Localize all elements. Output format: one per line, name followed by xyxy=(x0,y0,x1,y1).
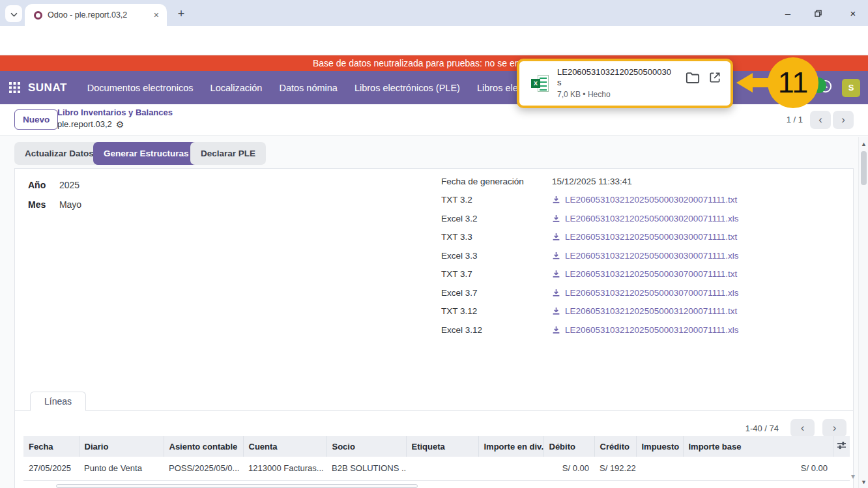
table-scroll-caret-icon[interactable]: ▾ xyxy=(851,472,855,481)
file-link-text[interactable]: LE2060531032120250500030300071111.txt xyxy=(565,232,737,242)
table-header-row: Fecha Diario Asiento contable Cuenta Soc… xyxy=(23,436,850,457)
horizontal-scrollbar[interactable] xyxy=(56,484,418,488)
file-download-link[interactable]: LE2060531032120250500030300071111.txt xyxy=(552,232,737,242)
cell-importe-base[interactable]: S/ 0.00 xyxy=(683,457,833,480)
window-close-button[interactable]: × xyxy=(838,0,868,26)
show-in-folder-button[interactable] xyxy=(686,72,700,84)
file-label: TXT 3.2 xyxy=(441,195,552,205)
user-avatar[interactable]: S xyxy=(842,79,860,97)
download-tray-icon xyxy=(552,214,560,223)
apps-grid-icon[interactable] xyxy=(9,82,20,93)
gear-icon[interactable]: ⚙ xyxy=(116,119,124,130)
tab-divider xyxy=(15,410,853,411)
file-download-link[interactable]: LE2060531032120250500030300071111.xls xyxy=(552,251,739,261)
file-link-text[interactable]: LE2060531032120250500030200071111.xls xyxy=(565,214,739,223)
file-link-text[interactable]: LE2060531032120250500030200071111.txt xyxy=(565,195,737,205)
file-link-text[interactable]: LE2060531032120250500031200071111.txt xyxy=(565,306,737,316)
cell-socio[interactable]: B2B SOLUTIONS ... xyxy=(326,457,406,480)
breadcrumb: Libro Inventarios y Balances ple.report.… xyxy=(57,108,173,130)
optional-columns-button[interactable] xyxy=(833,436,850,457)
col-importe-div[interactable]: Importe en div... xyxy=(478,436,543,457)
nav-item-localizacion[interactable]: Localización xyxy=(202,83,271,93)
cell-fecha[interactable]: 27/05/2025 xyxy=(23,457,79,480)
cell-diario[interactable]: Punto de Venta xyxy=(79,457,164,480)
cell-credito[interactable]: S/ 192.22 xyxy=(594,457,636,480)
cell-asiento-link[interactable]: POSS/2025/05/0... xyxy=(164,457,243,480)
download-popup[interactable]: X LE2060531032120250500030 s 7,0 KB • He… xyxy=(517,59,733,108)
file-download-link[interactable]: LE2060531032120250500030700071111.xls xyxy=(552,288,739,298)
file-link-text[interactable]: LE2060531032120250500030300071111.xls xyxy=(565,251,739,261)
scroll-up-icon[interactable]: ▲ xyxy=(859,141,868,147)
field-file-xls-33: Excel 3.3 LE2060531032120250500030300071… xyxy=(441,251,739,261)
file-label: TXT 3.7 xyxy=(441,269,552,279)
nav-item-documentos-electronicos[interactable]: Documentos electronicos xyxy=(79,83,202,93)
generation-date-label: Fecha de generación xyxy=(441,177,552,186)
month-label: Mes xyxy=(28,199,57,210)
annotation-arrow-icon xyxy=(736,73,753,93)
new-tab-button[interactable]: + xyxy=(173,6,189,22)
col-fecha[interactable]: Fecha xyxy=(23,436,79,457)
month-value[interactable]: Mayo xyxy=(59,199,81,210)
file-download-link[interactable]: LE2060531032120250500030700071111.txt xyxy=(552,269,737,279)
table-row[interactable]: 27/05/2025 Punto de Venta POSS/2025/05/0… xyxy=(23,457,850,480)
new-record-button[interactable]: Nuevo xyxy=(14,109,58,130)
tab-search-button[interactable] xyxy=(5,5,22,22)
download-tray-icon xyxy=(552,251,560,260)
col-asiento-contable[interactable]: Asiento contable xyxy=(164,436,243,457)
col-credito[interactable]: Crédito xyxy=(594,436,636,457)
col-diario[interactable]: Diario xyxy=(79,436,164,457)
download-filename-line2: s xyxy=(557,78,677,88)
window-minimize-button[interactable]: – xyxy=(773,0,803,26)
generation-date-value: 15/12/2025 11:33:41 xyxy=(552,177,632,186)
field-year: Año 2025 xyxy=(28,180,80,190)
file-download-link[interactable]: LE2060531032120250500030200071111.txt xyxy=(552,195,737,205)
field-file-xls-32: Excel 3.2 LE2060531032120250500030200071… xyxy=(441,214,739,223)
browser-tab[interactable]: Odoo - ple.report.03,2 × xyxy=(25,4,167,26)
form-sheet: Año 2025 Mes Mayo Fecha de generación 15… xyxy=(14,168,854,488)
file-link-text[interactable]: LE2060531032120250500030700071111.txt xyxy=(565,269,737,279)
open-file-button[interactable] xyxy=(708,71,721,84)
declarar-ple-button[interactable]: Declarar PLE xyxy=(190,142,266,165)
cell-debito[interactable]: S/ 0.00 xyxy=(543,457,594,480)
file-download-link[interactable]: LE2060531032120250500031200071111.txt xyxy=(552,306,737,316)
scrollbar-thumb[interactable] xyxy=(861,151,867,185)
window-restore-button[interactable] xyxy=(803,0,833,26)
col-debito[interactable]: Débito xyxy=(543,436,594,457)
download-tray-icon xyxy=(552,270,560,278)
download-meta: 7,0 KB • Hecho xyxy=(557,89,677,100)
cell-etiqueta[interactable] xyxy=(406,457,478,480)
col-importe-base[interactable]: Importe base xyxy=(683,436,833,457)
cell-cuenta[interactable]: 1213000 Facturas... xyxy=(243,457,326,480)
year-value[interactable]: 2025 xyxy=(59,180,80,190)
lines-next-button[interactable]: › xyxy=(822,419,846,437)
record-prev-button[interactable]: ‹ xyxy=(810,111,831,129)
col-impuesto[interactable]: Impuesto xyxy=(636,436,683,457)
file-link-text[interactable]: LE2060531032120250500031200071111.xls xyxy=(565,325,739,335)
col-etiqueta[interactable]: Etiqueta xyxy=(406,436,478,457)
vertical-scrollbar[interactable]: ▲ ▼ xyxy=(858,137,868,488)
folder-icon xyxy=(686,72,700,84)
breadcrumb-title[interactable]: Libro Inventarios y Balances xyxy=(57,108,173,119)
col-cuenta[interactable]: Cuenta xyxy=(243,436,326,457)
download-tray-icon xyxy=(552,307,560,315)
lines-pager-count: 1-40 / 74 xyxy=(745,423,779,433)
file-download-link[interactable]: LE2060531032120250500031200071111.xls xyxy=(552,325,739,335)
file-link-text[interactable]: LE2060531032120250500030700071111.xls xyxy=(565,288,739,298)
cell-importe-div[interactable] xyxy=(478,457,543,480)
nav-item-datos-nomina[interactable]: Datos nómina xyxy=(270,83,345,93)
tab-lineas[interactable]: Líneas xyxy=(30,392,86,411)
download-tray-icon xyxy=(552,195,560,204)
record-next-button[interactable]: › xyxy=(833,111,854,129)
generar-estructuras-button[interactable]: Generar Estructuras xyxy=(93,142,199,165)
lines-pager: 1-40 / 74 ‹ › xyxy=(745,419,846,437)
cell-impuesto[interactable] xyxy=(636,457,683,480)
scroll-down-icon[interactable]: ▼ xyxy=(859,479,868,485)
brand-sunat[interactable]: SUNAT xyxy=(28,81,67,94)
tab-close-icon[interactable]: × xyxy=(151,10,162,20)
actualizar-datos-button[interactable]: Actualizar Datos xyxy=(14,142,104,165)
file-download-link[interactable]: LE2060531032120250500030200071111.xls xyxy=(552,214,739,223)
download-tray-icon xyxy=(552,233,560,241)
col-socio[interactable]: Socio xyxy=(326,436,406,457)
lines-prev-button[interactable]: ‹ xyxy=(790,419,815,437)
nav-item-libros-electronicos-ple[interactable]: Libros electrónicos (PLE) xyxy=(346,83,469,93)
